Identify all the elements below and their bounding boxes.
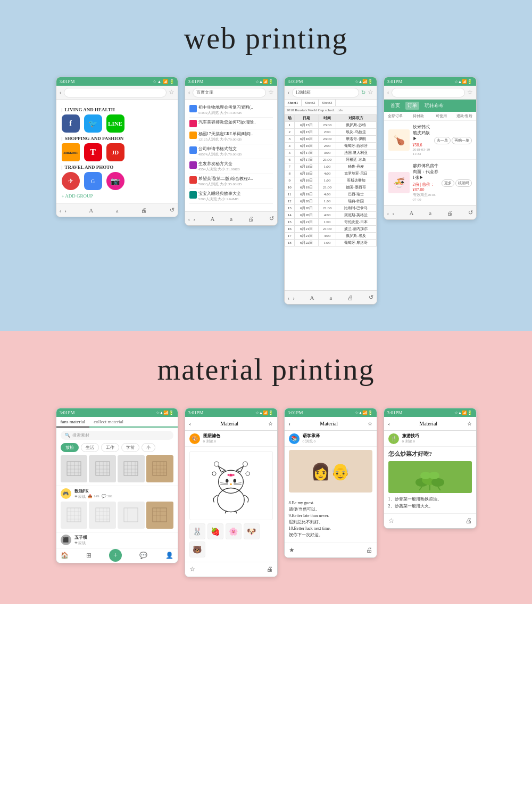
next-icon-4[interactable]: › [392,210,394,216]
filter-usable[interactable]: 可使用 [430,112,453,120]
fans-tab[interactable]: fans material [56,417,90,428]
url-bar-3[interactable]: 139邮箱 [292,88,359,97]
sheet-tab-3[interactable]: Sheet3 [319,100,336,106]
next-icon[interactable]: › [64,207,66,214]
order-btn-code-2[interactable]: 核消码 [455,179,472,187]
print-icon-3[interactable]: 🖨 [347,294,353,301]
thumb-8[interactable] [146,502,173,529]
star-icon-m2[interactable]: ☆ [268,421,273,426]
filter-all[interactable]: 全部订单 [384,112,407,120]
stamp-flower[interactable]: 🌸 [226,523,242,539]
stamp-strawberry[interactable]: 🍓 [207,523,223,539]
refresh-icon-3[interactable]: ↺ [369,294,373,301]
amazon-icon[interactable]: amazon [62,143,80,161]
font-sm-icon-4[interactable]: a [429,210,431,216]
print-icon-4[interactable]: 🖨 [447,210,453,216]
thumb-7[interactable] [118,502,145,529]
refresh-icon-4[interactable]: ↺ [468,209,473,216]
google-icon[interactable]: G [84,172,102,190]
order-btn-buy-again-1[interactable]: 再购一单 [452,137,472,144]
thumb-1[interactable] [61,455,88,482]
thumb-2[interactable] [89,455,116,482]
star-bottom-m2[interactable]: ☆ [189,565,195,573]
prev-icon-3[interactable]: ‹ [288,294,290,301]
print-bottom-m2[interactable]: 🖨 [267,565,273,573]
back-arrow-m4[interactable]: ‹ [388,421,390,426]
print-bottom-m3[interactable]: 🖨 [366,546,372,554]
filter-pending[interactable]: 待付款 [407,112,430,120]
jd-icon[interactable]: JD [106,143,124,161]
twitter-icon[interactable]: 🐦 [84,114,102,133]
thumb-4[interactable] [146,455,173,482]
material-search-bar[interactable]: 🔍 搜索素材 [61,431,173,440]
font-a-icon[interactable]: A [211,216,215,222]
material-item-gobang[interactable]: ⬛ 五子棋 ❤ 应战 [56,532,178,548]
font-sm-icon-3[interactable]: a [329,294,332,301]
url-bar-1[interactable] [64,88,167,97]
print-bottom-m4[interactable]: 🖨 [466,517,472,525]
refresh-icon-2[interactable]: ↺ [269,215,274,222]
refresh-full-icon[interactable]: ↻ [361,89,365,95]
file-item-3[interactable]: 杨熙17天搞定GRE单词(时间.. 12125人浏览 大小:70.00KB [189,129,273,144]
shop-tab-orders[interactable]: 订单 [405,102,419,110]
star-icon-m3[interactable]: ☆ [368,421,372,426]
file-item-4[interactable]: 公司申请书格式范文 48574人浏览 大小:70.00KB [189,144,273,159]
travel-icon-1[interactable]: ✈ [62,172,80,190]
thumb-5[interactable] [61,502,88,529]
font-size-icon[interactable]: A [89,207,93,214]
back-arrow[interactable]: ‹ [60,88,62,96]
material-item-sudoku[interactable]: 🎮 数独PK ❤ 应战 📥 149 💬 301 [56,486,178,502]
font-sm-icon[interactable]: a [230,216,232,222]
order-btn-reorder-1[interactable]: 去一单 [434,137,451,144]
sheet-tab-2[interactable]: Sheet2 [302,100,319,106]
font-size-sm-icon[interactable]: a [116,207,119,214]
star-icon[interactable]: ☆ [169,88,174,96]
print-icon-2[interactable]: 🖨 [248,216,254,222]
next-icon-3[interactable]: › [293,294,295,301]
photo-icon[interactable]: 📷 [106,172,124,190]
thumb-3[interactable] [118,455,145,482]
filter-refund[interactable]: 退款/售后 [453,112,476,120]
collect-tab[interactable]: collect material [89,417,128,426]
chat-icon-m[interactable]: 💬 [139,552,147,560]
sheet-tab-1[interactable]: Sheet1 [285,100,302,106]
back-arrow-m3[interactable]: ‹ [289,421,290,426]
facebook-icon[interactable]: f [62,114,80,133]
back-arrow-m2[interactable]: ‹ [189,421,191,426]
refresh-icon[interactable]: ↺ [170,207,174,214]
add-group-btn[interactable]: + ADD GROUP [62,193,172,199]
cat-work[interactable]: 工作 [101,443,119,452]
next-icon-2[interactable]: › [193,216,195,222]
star-icon-m4[interactable]: ☆ [467,421,472,426]
add-icon-m[interactable]: + [109,549,122,562]
shop-tab-home[interactable]: 首页 [388,102,402,110]
prev-icon[interactable]: ‹ [60,207,62,214]
font-a-icon-4[interactable]: A [410,210,414,216]
order-btn-more-2[interactable]: 更多 [442,179,454,187]
prev-icon-2[interactable]: ‹ [188,216,190,222]
star-bottom-m4[interactable]: ☆ [388,517,394,525]
prev-icon-4[interactable]: ‹ [387,210,389,216]
file-item-2[interactable]: 汽车美容师教您如何巧妙清除.. [189,118,273,129]
home-icon-m[interactable]: 🏠 [61,552,69,560]
font-a-icon-3[interactable]: A [310,294,314,301]
print-icon[interactable]: 🖨 [141,207,147,214]
line-icon[interactable]: LINE [106,114,124,133]
cat-preschool[interactable]: 学前 [121,443,139,452]
stamp-rabbit[interactable]: 🐰 [189,523,205,539]
file-item-1[interactable]: 初中生物地理会考复习资料(.. 51002人浏览 大小:13.00KB [189,103,273,118]
grid-icon-m[interactable]: ⊞ [86,552,92,560]
shop-tab-fun[interactable]: 玩转布布 [422,102,446,110]
stamp-bear[interactable]: 🐻 [189,541,205,557]
url-bar-4[interactable] [392,88,465,97]
cat-relax[interactable]: 放松 [61,443,79,452]
file-item-5[interactable]: 生发养发秘方大全 4554人浏览 大小:31.00KB [189,159,273,174]
cat-life[interactable]: 生活 [81,443,99,452]
star-bottom-m3[interactable]: ★ [289,546,295,554]
cat-more[interactable]: 小 [142,443,155,452]
user-icon-m[interactable]: 👤 [165,552,173,560]
thumb-6[interactable] [89,502,116,529]
url-bar-2[interactable]: 百度文库 [193,88,266,97]
file-item-6[interactable]: 希望英语(第二版)综合教程2... 70003人浏览 大小:35.00KB [189,174,273,189]
stamp-dog[interactable]: 🐶 [244,523,260,539]
